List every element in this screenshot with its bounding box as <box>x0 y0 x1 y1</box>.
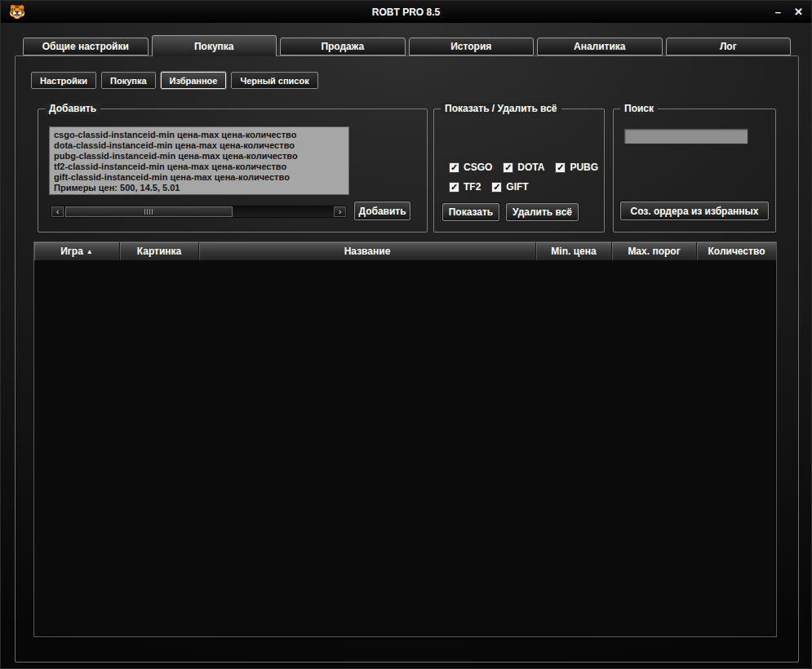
search-groupbox: Поиск Соз. ордера из избранных <box>613 109 776 233</box>
listbox-line: tf2-classid-instanceid-min цена-max цена… <box>54 162 344 172</box>
window-controls: – ✕ <box>775 6 803 18</box>
column-header-image[interactable]: Картинка <box>120 242 199 260</box>
search-group-title: Поиск <box>620 103 658 114</box>
listbox-line: pubg-classid-instanceid-min цена-max цен… <box>54 151 344 162</box>
main-tab-bar: Общие настройки Покупка Продажа История … <box>23 38 791 55</box>
listbox-line: gift-classid-instanceid-min цена-max цен… <box>54 172 344 183</box>
scroll-left-icon[interactable]: ‹ <box>51 206 64 217</box>
column-header-min-price[interactable]: Min. цена <box>536 242 612 260</box>
column-header-quantity[interactable]: Количество <box>697 242 776 260</box>
column-label: Игра <box>60 246 83 257</box>
listbox-line: Примеры цен: 500, 14.5, 5.01 <box>54 183 344 193</box>
minimize-icon[interactable]: – <box>775 6 781 18</box>
scrollbar-track[interactable] <box>64 206 334 217</box>
checkbox-gift[interactable]: ✓ GIFT <box>491 181 528 193</box>
table-body-empty <box>34 260 776 636</box>
show-delete-group-title: Показать / Удалить всё <box>441 103 561 114</box>
subtab-blacklist[interactable]: Черный список <box>231 72 317 89</box>
tab-log[interactable]: Лог <box>666 38 792 55</box>
subtab-settings[interactable]: Настройки <box>31 72 96 89</box>
app-window: 🐯 ROBT PRO 8.5 – ✕ Общие настройки Покуп… <box>0 0 812 669</box>
add-format-listbox[interactable]: csgo-classid-instanceid-min цена-max цен… <box>49 126 349 195</box>
horizontal-scrollbar[interactable]: ‹ › <box>51 206 347 218</box>
sort-ascending-icon: ▲ <box>87 248 93 255</box>
column-header-name[interactable]: Название <box>199 242 536 260</box>
checkbox-row: ✓ TF2 ✓ GIFT <box>449 181 529 193</box>
add-button[interactable]: Добавить <box>354 202 410 220</box>
tab-buy[interactable]: Покупка <box>152 35 277 56</box>
column-header-game[interactable]: Игра ▲ <box>34 242 120 260</box>
titlebar: 🐯 ROBT PRO 8.5 – ✕ <box>1 1 811 23</box>
checkbox-label: DOTA <box>517 162 544 173</box>
scroll-right-icon[interactable]: › <box>334 206 346 217</box>
table-header-row: Игра ▲ Картинка Название Min. цена Max. … <box>34 242 776 260</box>
checkbox-checked-icon: ✓ <box>503 162 513 173</box>
app-tiger-icon: 🐯 <box>9 6 25 19</box>
close-icon[interactable]: ✕ <box>794 6 803 18</box>
checkbox-label: GIFT <box>506 181 528 193</box>
window-title: ROBT PRO 8.5 <box>1 7 811 18</box>
tab-analytics[interactable]: Аналитика <box>537 38 663 55</box>
tab-history[interactable]: История <box>409 38 535 55</box>
checkbox-checked-icon: ✓ <box>449 162 459 173</box>
listbox-line: csgo-classid-instanceid-min цена-max цен… <box>54 130 344 140</box>
search-input[interactable] <box>623 128 748 144</box>
checkbox-label: PUBG <box>570 162 598 173</box>
subtab-favorites[interactable]: Избранное <box>161 72 227 89</box>
checkbox-checked-icon: ✓ <box>555 162 566 173</box>
create-orders-from-favorites-button[interactable]: Соз. ордера из избранных <box>620 202 769 220</box>
show-button[interactable]: Показать <box>442 203 499 221</box>
scrollbar-grip-icon <box>144 209 154 215</box>
checkbox-csgo[interactable]: ✓ CSGO <box>449 162 492 173</box>
add-group-title: Добавить <box>45 103 100 114</box>
add-groupbox: Добавить csgo-classid-instanceid-min цен… <box>38 109 428 233</box>
show-delete-groupbox: Показать / Удалить всё ✓ CSGO ✓ DOTA ✓ P… <box>433 109 605 233</box>
tab-general-settings[interactable]: Общие настройки <box>23 38 149 55</box>
tab-sell[interactable]: Продажа <box>280 38 406 55</box>
subtab-buy[interactable]: Покупка <box>101 72 156 89</box>
column-header-max-threshold[interactable]: Max. порог <box>612 242 697 260</box>
checkbox-label: CSGO <box>464 162 492 173</box>
checkbox-row: ✓ CSGO ✓ DOTA ✓ PUBG <box>449 162 598 173</box>
checkbox-pubg[interactable]: ✓ PUBG <box>555 162 598 173</box>
checkbox-dota[interactable]: ✓ DOTA <box>503 162 544 173</box>
delete-all-button[interactable]: Удалить всё <box>506 203 579 221</box>
listbox-line: dota-classid-instanceid-min цена-max цен… <box>54 140 344 151</box>
checkbox-tf2[interactable]: ✓ TF2 <box>449 181 481 193</box>
checkbox-label: TF2 <box>464 181 481 193</box>
sub-tab-bar: Настройки Покупка Избранное Черный списо… <box>31 72 318 89</box>
checkbox-checked-icon: ✓ <box>491 182 502 193</box>
checkbox-checked-icon: ✓ <box>449 182 459 193</box>
scrollbar-thumb[interactable] <box>65 206 233 217</box>
favorites-table: Игра ▲ Картинка Название Min. цена Max. … <box>33 241 777 637</box>
